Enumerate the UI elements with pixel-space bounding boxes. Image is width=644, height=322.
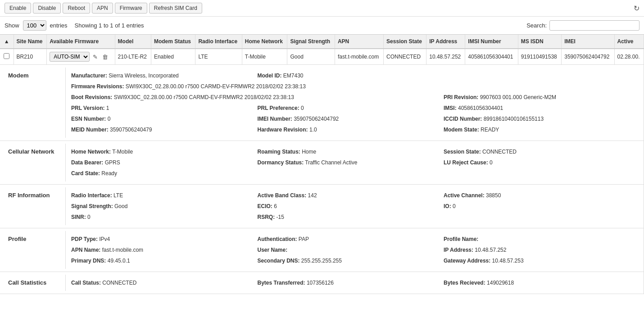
rsrq-item: RSRQ: -15 [257,213,443,222]
data-bearer-item: Data Bearer: GPRS [71,158,257,167]
apn-button[interactable]: APN [92,3,113,14]
show-label: Show [5,22,19,29]
call-stats-detail-grid: Call Status: CONNECTED Bytes Transferred… [66,275,641,291]
cell-home-network: T-Mobile [242,49,287,65]
session-state-value: CONNECTED [482,149,517,155]
dormancy-label: Dormancy Status: [257,159,304,166]
search-input[interactable] [549,20,639,31]
signal-item: Signal Strength: Good [71,202,257,211]
pri-rev-label: PRI Revision: [444,94,478,100]
bytes-received-value: 149029618 [487,280,514,286]
prl-pref-item: PRL Preference: 0 [257,104,443,113]
modem-detail-grid: Manufacturer: Sierra Wireless, Incorpora… [66,68,641,138]
modem-detail-content: Modem Manufacturer: Sierra Wireless, Inc… [3,68,641,138]
modem-detail-cell: Modem Manufacturer: Sierra Wireless, Inc… [0,65,644,141]
secondary-dns-value: 255.255.255.255 [301,258,342,264]
prl-pref-value: 0 [301,105,304,111]
primary-dns-item: Primary DNS: 49.45.0.1 [71,256,257,265]
iccid-value: 89918610400106155113 [484,116,544,122]
main-table: ▲ Site Name Available Firmware Model Mod… [0,35,644,294]
col-session-state: Session State [384,35,426,49]
entries-label: entries [50,22,68,29]
secondary-dns-label: Secondary DNS: [257,258,299,264]
table-row: BR210 AUTO-SIM ✎ 🗑 210-LTE-R2 Enabled LT… [0,49,644,65]
lu-reject-value: 0 [490,159,493,166]
home-network-item: Home Network: T-Mobile [71,147,257,156]
disable-button[interactable]: Disable [33,3,61,14]
bytes-transferred-value: 107356126 [307,280,334,286]
gateway-label: Gateway Address: [444,258,490,264]
user-name-label: User Name: [257,247,287,253]
firmware-select[interactable]: AUTO-SIM [50,52,90,62]
active-channel-value: 38850 [486,192,501,199]
esn-item: ESN Number: 0 [71,114,257,123]
cell-active-fi: 02.28.00. [614,49,644,65]
row-checkbox[interactable] [4,53,9,59]
sort-icon[interactable]: ▲ [4,38,9,45]
enable-button[interactable]: Enable [5,3,31,14]
roaming-label: Roaming Status: [257,149,300,155]
entries-select[interactable]: 100 50 25 10 [23,20,46,31]
manufacturer-value: Sierra Wireless, Incorporated [109,73,178,79]
rf-detail-row: RF Information Radio Interface: LTE Acti… [0,185,644,228]
col-radio-interface: Radio Interface [195,35,242,49]
modem-state-label: Modem State: [444,127,479,133]
manufacturer-label: Manufacturer: [71,73,107,79]
radio-value: LTE [113,192,123,199]
cell-signal-strength: Good [287,49,335,65]
cell-site-name: BR210 [14,49,47,65]
cell-radio-interface: LTE [195,49,242,65]
cellular-detail-cell: Cellular Network Home Network: T-Mobile … [0,141,644,185]
data-bearer-label: Data Bearer: [71,159,103,166]
radio-label: Radio Interface: [71,192,112,199]
firmware-button[interactable]: Firmware [115,3,147,14]
call-status-label: Call Status: [71,280,101,286]
firmware-select-wrapper: AUTO-SIM ✎ 🗑 [50,52,112,62]
band-class-label: Active Band Class: [257,192,306,199]
cellular-detail-grid: Home Network: T-Mobile Roaming Status: H… [66,144,641,181]
profile-name-item: Profile Name: [444,235,630,244]
reboot-button[interactable]: Reboot [63,3,90,14]
profile-ip-label: IP Address: [444,247,473,253]
prl-ver-item: PRL Version: 1 [71,104,257,113]
roaming-value: Home [302,149,316,155]
col-signal-strength: Signal Strength [287,35,335,49]
apn-name-label: APN Name: [71,247,100,253]
bytes-received-item: Bytes Recieved: 149029618 [444,278,630,287]
hw-rev-value: 1.0 [309,127,317,133]
ecio-item: ECIO: 6 [257,202,443,211]
imei-num-label: IMEI Number: [257,116,292,122]
band-class-item: Active Band Class: 142 [257,191,443,200]
search-container: Search: [526,20,639,31]
firmware-edit-icon[interactable]: ✎ [91,53,99,61]
pdp-type-value: IPv4 [99,236,110,242]
modem-state-value: READY [481,127,499,133]
pri-rev-value: 9907603 001.000 Generic-M2M [480,94,556,100]
cellular-detail-content: Cellular Network Home Network: T-Mobile … [3,144,641,181]
rf-detail-grid: Radio Interface: LTE Active Band Class: … [66,187,641,225]
signal-label: Signal Strength: [71,203,113,209]
profile-section-label: Profile [3,231,66,269]
session-state-label: Session State: [444,149,481,155]
dormancy-item: Dormancy Status: Traffic Channel Active [257,158,443,167]
cell-modem-status: Enabled [151,49,195,65]
iccid-item: ICCID Number: 89918610400106155113 [444,114,630,123]
cell-imsi-number: 405861056304401 [465,49,518,65]
modem-state-item: Modem State: READY [444,125,630,134]
boot-rev-item: Boot Revisions: SWI9X30C_02.28.00.00 r75… [71,93,444,102]
col-imsi-number: IMSI Number [465,35,518,49]
rsrq-label: RSRQ: [257,214,275,220]
col-ip-address: IP Address [426,35,465,49]
refresh-sim-button[interactable]: Refresh SIM Card [149,3,202,14]
col-sort[interactable]: ▲ [0,35,14,49]
auth-value: PAP [299,236,309,242]
radio-item: Radio Interface: LTE [71,191,257,200]
card-state-value: Ready [101,170,117,177]
bytes-transferred-item: Bytes Transferred: 107356126 [257,278,443,287]
firmware-delete-icon[interactable]: 🗑 [101,53,109,61]
auth-item: Authentication: PAP [257,235,443,244]
model-id-value: EM7430 [283,73,304,79]
refresh-icon[interactable]: ↻ [634,4,639,13]
apn-name-value: fast.t-mobile.com [102,247,143,253]
call-stats-detail-cell: Call Statistics Call Status: CONNECTED B… [0,272,644,294]
